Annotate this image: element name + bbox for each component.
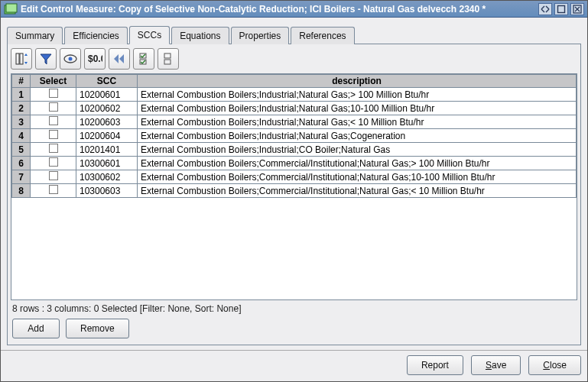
svg-point-7: [69, 57, 73, 61]
window: Edit Control Measure: Copy of Selective …: [0, 0, 588, 382]
table-row[interactable]: 810300603External Combustion Boilers;Com…: [12, 184, 577, 198]
row-scc: 10300603: [76, 184, 138, 198]
row-description: External Combustion Boilers;Industrial;N…: [138, 102, 577, 115]
format-button[interactable]: $0.00: [84, 48, 106, 70]
data-grid[interactable]: # Select SCC description 110200601Extern…: [11, 74, 577, 299]
svg-rect-2: [558, 5, 565, 12]
row-select-cell[interactable]: [31, 115, 76, 129]
svg-text:$0.00: $0.00: [88, 53, 102, 64]
grid-status: 8 rows : 3 columns: 0 Selected [Filter: …: [11, 300, 577, 316]
row-select-cell[interactable]: [31, 129, 76, 143]
col-description[interactable]: description: [138, 75, 577, 88]
select-all-button[interactable]: [133, 48, 154, 70]
checkbox-icon[interactable]: [49, 89, 58, 98]
table-row[interactable]: 210200602External Combustion Boilers;Ind…: [12, 102, 577, 115]
iconify-button[interactable]: [538, 3, 552, 15]
maximize-button[interactable]: [554, 3, 568, 15]
row-scc: 10300601: [76, 157, 138, 170]
app-icon: [4, 3, 18, 15]
close-rest: lose: [550, 360, 567, 371]
row-scc: 10200601: [76, 88, 138, 102]
row-description: External Combustion Boilers;Industrial;N…: [138, 115, 577, 129]
save-mnemonic: S: [486, 360, 492, 371]
table-row[interactable]: 310200603External Combustion Boilers;Ind…: [12, 115, 577, 129]
col-scc[interactable]: SCC: [76, 75, 138, 88]
save-button[interactable]: Save: [471, 355, 521, 375]
row-scc: 10200602: [76, 102, 138, 115]
row-num: 2: [12, 102, 31, 115]
footer-bar: Report Save Close: [1, 350, 587, 381]
col-select[interactable]: Select: [31, 75, 76, 88]
close-window-button[interactable]: Close: [528, 355, 581, 375]
title-bar: Edit Control Measure: Copy of Selective …: [1, 1, 587, 18]
row-scc: 10201401: [76, 143, 138, 157]
svg-rect-1: [6, 4, 17, 12]
checkbox-icon[interactable]: [49, 144, 58, 153]
svg-rect-12: [164, 60, 171, 64]
row-num: 4: [12, 129, 31, 143]
svg-rect-4: [16, 53, 19, 64]
col-rownum[interactable]: #: [12, 75, 31, 88]
row-select-cell[interactable]: [31, 143, 76, 157]
row-num: 6: [12, 157, 31, 170]
header-row: # Select SCC description: [12, 75, 577, 88]
row-description: External Combustion Boilers;Commercial/I…: [138, 184, 577, 198]
row-select-cell[interactable]: [31, 157, 76, 170]
row-num: 7: [12, 170, 31, 184]
table-row[interactable]: 510201401External Combustion Boilers;Ind…: [12, 143, 577, 157]
window-title: Edit Control Measure: Copy of Selective …: [21, 4, 536, 15]
table-row[interactable]: 710300602External Combustion Boilers;Com…: [12, 170, 577, 184]
checkbox-icon[interactable]: [49, 157, 58, 167]
row-select-cell[interactable]: [31, 184, 76, 198]
row-num: 8: [12, 184, 31, 198]
row-description: External Combustion Boilers;Industrial;C…: [138, 143, 577, 157]
tab-references[interactable]: References: [291, 27, 354, 44]
show-hide-button[interactable]: [60, 48, 81, 70]
grid-toolbar: $0.00: [11, 47, 577, 73]
row-num: 3: [12, 115, 31, 129]
checkbox-icon[interactable]: [49, 116, 58, 125]
tab-pane: $0.00 # S: [7, 44, 581, 345]
row-num: 1: [12, 88, 31, 102]
first-button[interactable]: [109, 48, 130, 70]
tab-sccs[interactable]: SCCs: [129, 26, 170, 44]
row-num: 5: [12, 143, 31, 157]
tab-properties[interactable]: Properties: [231, 27, 290, 44]
tab-row: Summary Efficiencies SCCs Equations Prop…: [7, 25, 581, 44]
close-button[interactable]: [570, 3, 584, 15]
row-description: External Combustion Boilers;Commercial/I…: [138, 170, 577, 184]
row-select-cell[interactable]: [31, 88, 76, 102]
row-select-cell[interactable]: [31, 102, 76, 115]
tab-summary[interactable]: Summary: [7, 27, 63, 44]
report-button[interactable]: Report: [407, 355, 463, 375]
row-description: External Combustion Boilers;Industrial;N…: [138, 88, 577, 102]
add-button[interactable]: Add: [12, 319, 60, 338]
row-scc: 10200604: [76, 129, 138, 143]
content-area: Summary Efficiencies SCCs Equations Prop…: [1, 18, 587, 350]
row-scc: 10300602: [76, 170, 138, 184]
clear-all-button[interactable]: [158, 48, 179, 70]
table-row[interactable]: 410200604External Combustion Boilers;Ind…: [12, 129, 577, 143]
close-mnemonic: C: [543, 360, 550, 371]
svg-rect-11: [164, 53, 171, 58]
checkbox-icon[interactable]: [49, 185, 58, 194]
checkbox-icon[interactable]: [49, 102, 58, 112]
grid-wrap: # Select SCC description 110200601Extern…: [11, 73, 577, 300]
remove-button[interactable]: Remove: [66, 319, 129, 338]
sort-columns-button[interactable]: [11, 48, 32, 70]
table-row[interactable]: 110200601External Combustion Boilers;Ind…: [12, 88, 577, 102]
row-description: External Combustion Boilers;Industrial;N…: [138, 129, 577, 143]
tab-efficiencies[interactable]: Efficiencies: [64, 27, 127, 44]
table-row[interactable]: 610300601External Combustion Boilers;Com…: [12, 157, 577, 170]
checkbox-icon[interactable]: [49, 171, 58, 180]
row-select-cell[interactable]: [31, 170, 76, 184]
checkbox-icon[interactable]: [49, 130, 58, 139]
save-rest: ave: [492, 360, 506, 371]
filter-button[interactable]: [35, 48, 57, 70]
sub-button-row: Add Remove: [11, 316, 577, 342]
tab-equations[interactable]: Equations: [171, 27, 229, 44]
svg-rect-5: [20, 53, 23, 64]
row-scc: 10200603: [76, 115, 138, 129]
row-description: External Combustion Boilers;Commercial/I…: [138, 157, 577, 170]
